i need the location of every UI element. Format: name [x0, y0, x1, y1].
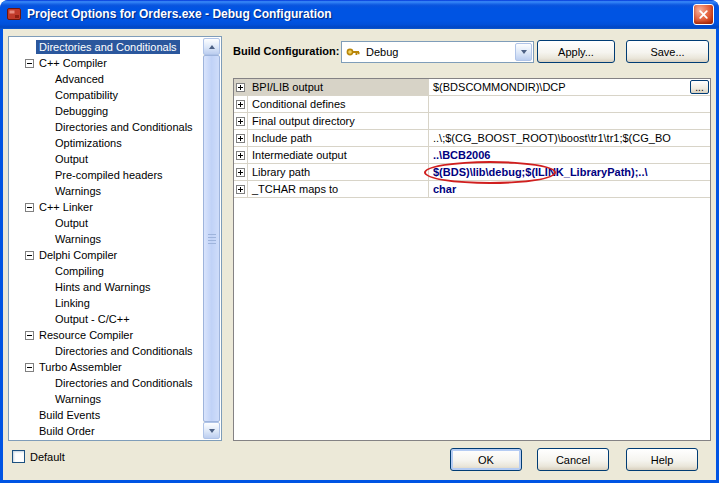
tree-item-label: Build Events — [36, 408, 103, 422]
app-icon — [6, 6, 22, 22]
row-expand-cell[interactable] — [234, 164, 248, 180]
tree-item[interactable]: Directories and Conditionals — [9, 375, 203, 391]
tree-item[interactable]: Directories and Conditionals — [9, 119, 203, 135]
tree-item[interactable]: Build Events — [9, 407, 203, 423]
key-icon — [345, 44, 361, 60]
property-value-text: ..\;$(CG_BOOST_ROOT)\boost\tr1\tr1;$(CG_… — [433, 132, 671, 144]
ok-button[interactable]: OK — [450, 448, 522, 471]
tree-item-label: Output - C/C++ — [52, 312, 133, 326]
property-value[interactable]: ..\BCB2006 — [429, 147, 710, 163]
scroll-thumb[interactable] — [203, 55, 220, 422]
tree-item-label: Directories and Conditionals — [52, 344, 196, 358]
collapse-icon[interactable] — [23, 59, 36, 68]
scroll-down-button[interactable] — [203, 422, 220, 439]
minus-glyph — [25, 251, 34, 260]
tree-item-label: Hints and Warnings — [52, 280, 154, 294]
collapse-icon[interactable] — [23, 363, 36, 372]
property-value[interactable]: $(BDSCOMMONDIR)\DCP... — [429, 79, 710, 95]
tree-item[interactable]: Output — [9, 215, 203, 231]
tree-item[interactable]: Output — [9, 151, 203, 167]
chevron-down-icon — [521, 50, 527, 54]
tree-item[interactable]: Turbo Assembler — [9, 359, 203, 375]
tree-item[interactable]: Debugging — [9, 103, 203, 119]
property-row: Include path..\;$(CG_BOOST_ROOT)\boost\t… — [234, 130, 710, 147]
row-expand-cell[interactable] — [234, 79, 248, 95]
property-value[interactable]: $(BDS)\lib\debug;$(ILINK_LibraryPath);..… — [429, 164, 710, 180]
tree-item-label: Advanced — [52, 72, 107, 86]
scroll-up-button[interactable] — [203, 38, 220, 55]
expand-icon[interactable] — [236, 83, 245, 92]
tree-item-label: Warnings — [52, 232, 104, 246]
close-button[interactable] — [693, 4, 714, 25]
collapse-icon[interactable] — [23, 203, 36, 212]
collapse-icon[interactable] — [23, 331, 36, 340]
row-expand-cell[interactable] — [234, 181, 248, 197]
tree-item-label: Turbo Assembler — [36, 360, 125, 374]
tree-item[interactable]: C++ Compiler — [9, 55, 203, 71]
default-checkbox-row: Default — [12, 450, 65, 463]
property-value-text: ..\BCB2006 — [433, 149, 490, 161]
expand-icon[interactable] — [236, 151, 245, 160]
tree-item-label: C++ Compiler — [36, 56, 110, 70]
row-expand-cell[interactable] — [234, 96, 248, 112]
tree-item[interactable]: Pre-compiled headers — [9, 167, 203, 183]
minus-glyph — [25, 331, 34, 340]
help-button[interactable]: Help — [626, 448, 698, 471]
expand-icon[interactable] — [236, 185, 245, 194]
collapse-icon[interactable] — [23, 251, 36, 260]
expand-icon[interactable] — [236, 117, 245, 126]
tree-item-label: Resource Compiler — [36, 328, 136, 342]
tree-item-label: Compiling — [52, 264, 107, 278]
tree-item[interactable]: Advanced — [9, 71, 203, 87]
tree-item[interactable]: Optimizations — [9, 135, 203, 151]
tree-item-label: Delphi Compiler — [36, 248, 120, 262]
row-expand-cell[interactable] — [234, 147, 248, 163]
tree-item[interactable]: Directories and Conditionals — [9, 343, 203, 359]
property-name[interactable]: Intermediate output — [248, 147, 429, 163]
tree-item[interactable]: Warnings — [9, 231, 203, 247]
expand-icon[interactable] — [236, 134, 245, 143]
property-row: Intermediate output..\BCB2006 — [234, 147, 710, 164]
property-name[interactable]: BPI/LIB output — [248, 79, 429, 95]
tree-item[interactable]: C++ Linker — [9, 199, 203, 215]
tree-item[interactable]: Compiling — [9, 263, 203, 279]
property-row: Conditional defines — [234, 96, 710, 113]
tree-item[interactable]: Directories and Conditionals — [9, 39, 203, 55]
expand-icon[interactable] — [236, 100, 245, 109]
tree-item[interactable]: Output - C/C++ — [9, 311, 203, 327]
tree-item[interactable]: Build Order — [9, 423, 203, 439]
tree-item[interactable]: Delphi Compiler — [9, 247, 203, 263]
property-value[interactable]: ..\;$(CG_BOOST_ROOT)\boost\tr1\tr1;$(CG_… — [429, 130, 710, 146]
tree-scrollbar[interactable] — [203, 38, 220, 439]
expand-icon[interactable] — [236, 168, 245, 177]
save-button[interactable]: Save... — [626, 40, 709, 63]
ellipsis-button[interactable]: ... — [690, 80, 709, 94]
property-value[interactable]: char — [429, 181, 710, 197]
property-name[interactable]: Final output directory — [248, 113, 429, 129]
tree-item[interactable]: Compatibility — [9, 87, 203, 103]
row-expand-cell[interactable] — [234, 113, 248, 129]
row-expand-cell[interactable] — [234, 130, 248, 146]
tree-item[interactable]: Linking — [9, 295, 203, 311]
tree-item-label: Warnings — [52, 392, 104, 406]
tree-item[interactable]: Warnings — [9, 391, 203, 407]
combobox-value: Debug — [361, 46, 515, 58]
property-name[interactable]: Conditional defines — [248, 96, 429, 112]
tree-item[interactable]: Warnings — [9, 183, 203, 199]
build-configuration-combobox[interactable]: Debug — [341, 41, 534, 63]
cancel-button[interactable]: Cancel — [537, 448, 609, 471]
tree-item-label: Build Order — [36, 424, 98, 438]
default-checkbox[interactable] — [12, 450, 25, 463]
tree-item[interactable]: Hints and Warnings — [9, 279, 203, 295]
apply-button[interactable]: Apply... — [537, 40, 615, 63]
property-value[interactable] — [429, 113, 710, 129]
property-name[interactable]: Library path — [248, 164, 429, 180]
tree-item[interactable]: Resource Compiler — [9, 327, 203, 343]
tree-item-label: Directories and Conditionals — [52, 120, 196, 134]
property-name[interactable]: Include path — [248, 130, 429, 146]
combobox-dropdown-button[interactable] — [515, 43, 532, 61]
property-name[interactable]: _TCHAR maps to — [248, 181, 429, 197]
property-value[interactable] — [429, 96, 710, 112]
property-value-text: $(BDSCOMMONDIR)\DCP — [433, 81, 566, 93]
close-icon — [698, 9, 709, 20]
